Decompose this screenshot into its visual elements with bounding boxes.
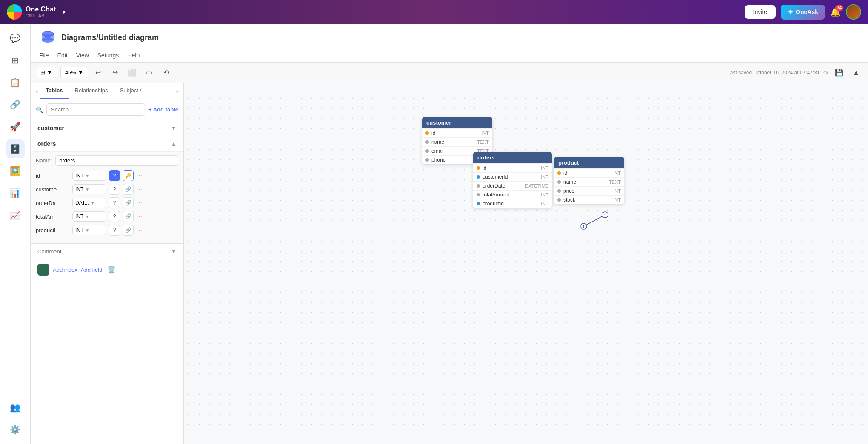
search-bar: 🔍 + Add table	[31, 99, 183, 120]
db-field-product-price: price INT	[554, 186, 624, 195]
field-more-totalAm[interactable]: ⋯	[136, 213, 142, 220]
field-pk-btn-producti[interactable]: ?	[109, 225, 120, 236]
panel-tabs: ‹ Tables Relationships Subject / ›	[31, 83, 183, 99]
comment-chevron-icon: ▼	[171, 248, 177, 255]
db-node-orders-header: orders	[473, 152, 552, 163]
toolbar-frame3-btn[interactable]: ⟲	[160, 66, 173, 80]
diagram-menu: File Edit View Settings Help	[39, 49, 859, 62]
sidebar-doc-btn[interactable]: 📋	[6, 73, 25, 92]
tab-tables[interactable]: Tables	[40, 83, 69, 99]
field-more-orderda[interactable]: ⋯	[136, 199, 142, 206]
add-index-button[interactable]: Add index	[53, 267, 77, 273]
toolbar-undo-btn[interactable]: ↩	[91, 66, 105, 80]
menu-view[interactable]: View	[76, 49, 89, 62]
db-field-orders-totalamount: totalAmount INT	[473, 190, 552, 199]
db-node-product-header: product	[554, 157, 624, 168]
app-dropdown-arrow[interactable]: ▼	[61, 9, 67, 15]
db-field-product-id: id INT	[554, 168, 624, 177]
field-name-id: id	[36, 173, 70, 179]
avatar[interactable]	[846, 4, 861, 20]
canvas-area[interactable]: 1 1 1 customer id INT	[184, 83, 868, 444]
field-fk-btn-producti[interactable]: 🔗	[123, 225, 134, 236]
panel-left-arrow[interactable]: ‹	[34, 84, 40, 98]
field-fk-btn-totalAm[interactable]: 🔗	[123, 211, 134, 222]
field-type-orderda[interactable]: DAT... ▼	[72, 198, 106, 208]
oneask-button[interactable]: ✦ OneAsk	[781, 5, 825, 20]
toolbar-redo-btn[interactable]: ↪	[108, 66, 122, 80]
sidebar-layout-btn[interactable]: ⊞	[6, 51, 25, 70]
field-dot-normal	[557, 180, 561, 184]
saved-text: Last saved October 10, 2024 at 07:47:31 …	[727, 70, 829, 76]
panel-right-arrow[interactable]: ›	[174, 84, 180, 98]
app-logo[interactable]: One Chat ONETAB ▼	[7, 4, 67, 20]
toolbar-dropdown-arrow: ▼	[47, 69, 52, 76]
add-table-button[interactable]: + Add table	[148, 106, 178, 113]
toolbar-frame2-btn[interactable]: ▭	[143, 66, 156, 80]
tables-list: customer ▼ orders ▲ Name:	[31, 120, 183, 444]
comment-section[interactable]: Comment ▼	[31, 244, 183, 259]
field-fk-btn-custome[interactable]: 🔗	[123, 184, 134, 195]
field-fk-btn-id[interactable]: 🔑	[123, 170, 134, 181]
field-pk-btn-orderda[interactable]: ?	[109, 197, 120, 208]
menu-edit[interactable]: Edit	[57, 49, 68, 62]
sidebar-chat-btn[interactable]: 💬	[6, 29, 25, 48]
field-dot-normal	[425, 158, 429, 162]
app-name-block: One Chat ONETAB	[26, 6, 56, 18]
toolbar-zoom-btn[interactable]: 45% ▼	[60, 67, 88, 78]
svg-text:1: 1	[604, 213, 606, 217]
table-name-field[interactable]	[55, 155, 178, 166]
field-type-id[interactable]: INT ▼	[72, 171, 106, 181]
field-dot-fk	[477, 175, 480, 179]
color-swatch-btn[interactable]	[37, 264, 49, 276]
toolbar-collapse-btn[interactable]: ▲	[849, 66, 863, 80]
field-type-totalAm[interactable]: INT ▼	[72, 211, 106, 222]
sidebar-rocket-btn[interactable]: 🚀	[6, 117, 25, 136]
svg-point-11	[602, 212, 608, 218]
table-item-customer[interactable]: customer ▼	[31, 120, 183, 136]
menu-settings[interactable]: Settings	[97, 49, 119, 62]
field-row-producti: producti INT ▼ ? 🔗 ⋯	[36, 225, 178, 236]
invite-button[interactable]: Invite	[745, 5, 776, 19]
svg-point-2	[42, 37, 54, 43]
tab-relationships[interactable]: Relationships	[69, 83, 114, 99]
field-more-producti[interactable]: ⋯	[136, 227, 142, 233]
sidebar-people-btn[interactable]: 👥	[6, 398, 25, 417]
field-fk-btn-orderda[interactable]: 🔗	[123, 197, 134, 208]
menu-file[interactable]: File	[39, 49, 49, 62]
field-name-custome: custome	[36, 186, 70, 193]
add-field-button[interactable]: Add field	[81, 267, 103, 273]
zoom-value: 45%	[65, 69, 76, 76]
field-name-totalAm: totalAm	[36, 213, 70, 220]
sidebar-database-btn[interactable]: 🗄️	[6, 139, 25, 158]
toolbar-frame1-btn[interactable]: ⬜	[126, 66, 139, 80]
db-node-orders[interactable]: orders id INT customerId INT orderDate	[473, 152, 552, 208]
sidebar-image-btn[interactable]: 🖼️	[6, 162, 25, 180]
delete-table-button[interactable]: 🗑️	[106, 264, 117, 276]
field-dot-normal	[557, 198, 561, 202]
field-pk-btn-id[interactable]: ?	[109, 170, 120, 181]
sidebar-pie-btn[interactable]: 📈	[6, 206, 25, 225]
field-more-id[interactable]: ⋯	[136, 172, 142, 179]
sidebar-chart-btn[interactable]: 📊	[6, 184, 25, 202]
field-dot-normal	[425, 149, 429, 153]
field-pk-btn-custome[interactable]: ?	[109, 184, 120, 195]
customer-chevron-icon: ▼	[171, 125, 177, 131]
field-dot-pk	[425, 131, 429, 135]
db-field-customer-id: id INT	[422, 128, 492, 137]
field-type-custome[interactable]: INT ▼	[72, 184, 106, 194]
notification-button[interactable]: 🔔 74	[830, 7, 841, 17]
toolbar-table-type-btn[interactable]: ⊞ ▼	[36, 67, 57, 78]
field-name-producti: producti	[36, 227, 70, 233]
sidebar-gear-btn[interactable]: ⚙️	[6, 420, 25, 439]
sidebar-link-btn[interactable]: 🔗	[6, 95, 25, 114]
tab-subject[interactable]: Subject /	[114, 83, 148, 99]
menu-help[interactable]: Help	[127, 49, 140, 62]
toolbar-save-btn[interactable]: 💾	[832, 66, 846, 80]
field-type-producti[interactable]: INT ▼	[72, 225, 106, 235]
field-pk-btn-totalAm[interactable]: ?	[109, 211, 120, 222]
field-more-custome[interactable]: ⋯	[136, 186, 142, 193]
main-layout: 💬 ⊞ 📋 🔗 🚀 🗄️ 🖼️ 📊 📈 👥 ⚙️	[0, 24, 868, 444]
table-item-orders[interactable]: orders ▲	[31, 136, 183, 152]
search-input[interactable]	[46, 103, 145, 116]
db-node-product[interactable]: product id INT name TEXT price INT	[554, 157, 624, 204]
